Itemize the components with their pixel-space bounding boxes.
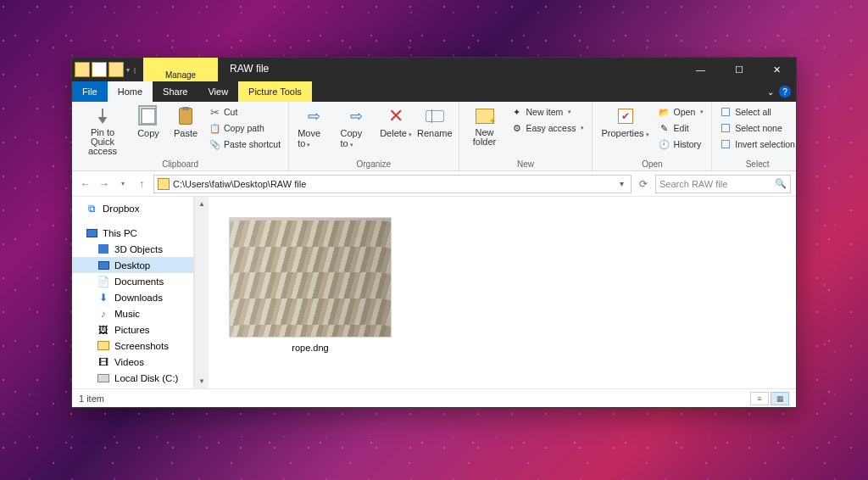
nav-videos[interactable]: 🎞Videos [72,354,193,370]
nav-dropbox[interactable]: ⧉Dropbox [72,200,193,216]
address-dropdown-icon[interactable]: ▾ [620,179,624,188]
address-bar[interactable]: C:\Users\fatiw\Desktop\RAW file ▾ [153,175,632,193]
easy-access-button[interactable]: ⚙Easy access▾ [509,120,587,136]
nav-local-c[interactable]: Local Disk (C:) [72,370,193,386]
folder-icon [158,178,170,190]
new-folder-label: New folder [468,128,502,147]
shortcut-icon: 📎 [209,138,220,150]
folder-icon[interactable] [75,62,90,77]
select-all-button[interactable]: Select all [717,104,798,120]
nav-screenshots[interactable]: Screenshots [72,338,193,354]
nav-3d-objects[interactable]: 3D Objects [72,241,193,257]
ribbon-group-select: Select all Select none Invert selection … [712,102,803,170]
nav-downloads[interactable]: ⬇Downloads [72,289,193,305]
nav-scrollbar[interactable]: ▲ ▼ [194,197,209,388]
move-to-button[interactable]: ⇨ Move to▾ [292,103,335,150]
back-button[interactable]: ← [77,176,94,193]
minimize-button[interactable]: — [682,58,720,81]
group-label: Clipboard [75,159,285,170]
large-icons-view-button[interactable]: ▦ [771,392,789,405]
group-label: Select [715,159,799,170]
cut-button[interactable]: ✂Cut [206,104,283,120]
recent-dropdown-icon[interactable]: ▾ [114,176,131,193]
help-icon[interactable]: ? [779,86,791,98]
videos-icon: 🎞 [97,356,109,368]
file-explorer-window: ▾ | Manage RAW file — ☐ ✕ File Home Shar… [71,57,797,408]
nav-pictures[interactable]: 🖼Pictures [72,321,193,338]
move-label: Move to▾ [298,128,330,148]
pin-icon [95,109,110,124]
scroll-down-icon[interactable]: ▼ [195,374,209,388]
qat-dropdown-icon[interactable]: ▾ [125,62,131,77]
copy-path-button[interactable]: 📋Copy path [206,120,283,136]
rename-button[interactable]: Rename [415,103,454,140]
folder-icon[interactable] [108,62,124,77]
edit-icon: ✎ [659,122,670,134]
ribbon-group-clipboard: Pin to Quick access Copy Paste ✂Cut 📋Cop… [72,102,289,170]
new-item-button[interactable]: ✦New item▾ [509,104,587,120]
invert-selection-button[interactable]: Invert selection [717,137,798,152]
address-path: C:\Users\fatiw\Desktop\RAW file [173,179,306,189]
invert-icon [721,140,730,148]
details-view-button[interactable]: ≡ [750,392,769,405]
copy-to-button[interactable]: ⇨ Copy to▾ [336,103,377,150]
pin-label: Pin to Quick access [81,128,125,156]
tab-view[interactable]: View [198,81,238,102]
select-none-button[interactable]: Select none [717,120,798,136]
file-item[interactable]: rope.dng [229,217,392,353]
ribbon: Pin to Quick access Copy Paste ✂Cut 📋Cop… [72,102,796,171]
tab-home[interactable]: Home [108,81,153,102]
group-label: New [463,159,589,170]
contextual-tab-manage[interactable]: Manage [143,58,218,81]
nav-music[interactable]: ♪Music [72,305,193,321]
tab-file[interactable]: File [72,81,108,102]
properties-button[interactable]: ✔ Properties▾ [596,103,654,140]
paste-button[interactable]: Paste [167,103,204,140]
downloads-icon: ⬇ [97,292,109,304]
open-button[interactable]: 📂Open▾ [656,104,707,120]
collapse-ribbon-icon[interactable]: ⌄ [767,87,774,97]
scroll-up-icon[interactable]: ▲ [195,197,209,211]
history-icon: 🕘 [659,138,670,150]
delete-button[interactable]: ✕ Delete▾ [377,103,415,140]
folder-icon [97,341,109,350]
dropbox-icon: ⧉ [86,203,97,215]
new-folder-button[interactable]: New folder [463,103,507,148]
tab-picture-tools[interactable]: Picture Tools [238,81,312,102]
search-input[interactable]: Search RAW file 🔍 [655,175,791,193]
forward-button[interactable]: → [96,176,113,193]
maximize-button[interactable]: ☐ [720,58,758,81]
close-button[interactable]: ✕ [758,58,796,81]
select-none-icon [721,124,730,132]
desktop-icon [98,261,109,270]
content-pane[interactable]: rope.dng [209,197,796,388]
divider: | [131,62,138,77]
tab-share[interactable]: Share [153,81,198,102]
quick-access-toolbar: ▾ | [72,58,138,81]
edit-button[interactable]: ✎Edit [656,120,707,136]
title-bar: ▾ | Manage RAW file — ☐ ✕ [72,58,796,81]
pin-to-quick-access-button[interactable]: Pin to Quick access [75,103,130,158]
copy-to-icon: ⇨ [345,105,367,127]
music-icon: ♪ [97,308,109,320]
new-item-icon: ✦ [511,106,523,118]
copy-button[interactable]: Copy [130,103,167,140]
qat-blank-icon[interactable] [92,62,107,77]
nav-documents[interactable]: 📄Documents [72,273,193,289]
copy-label: Copy [137,128,159,138]
nav-desktop[interactable]: Desktop [72,257,193,273]
nav-this-pc[interactable]: This PC [72,225,193,241]
properties-label: Properties▾ [601,128,648,138]
status-bar: 1 item ≡ ▦ [72,388,796,407]
properties-icon: ✔ [618,109,633,124]
refresh-button[interactable]: ⟳ [635,176,652,193]
copy-icon [141,108,156,125]
up-button[interactable]: ↑ [133,176,150,193]
rename-icon [426,110,444,122]
file-thumbnail [229,217,392,338]
pc-icon [86,229,97,237]
delete-icon: ✕ [385,105,407,127]
paste-shortcut-button[interactable]: 📎Paste shortcut [206,137,283,152]
navigation-pane: ⧉Dropbox This PC 3D Objects Desktop 📄Doc… [72,197,194,388]
history-button[interactable]: 🕘History [656,137,707,152]
